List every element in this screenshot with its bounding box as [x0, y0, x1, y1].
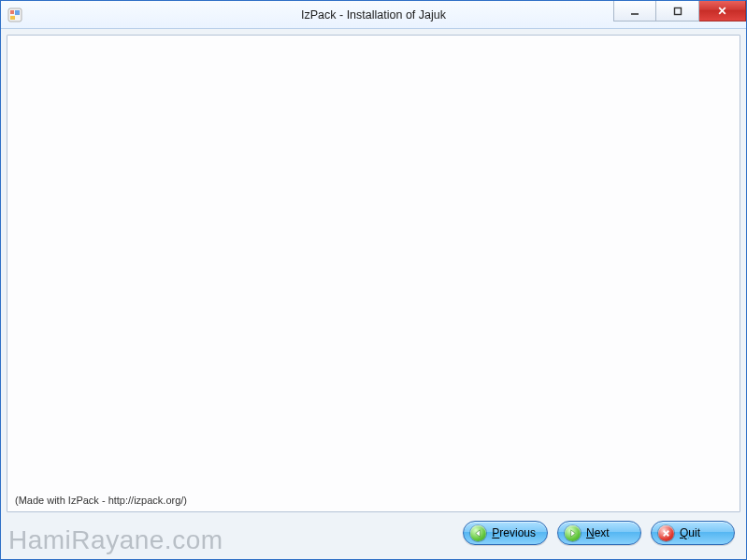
arrow-right-icon: [565, 525, 581, 541]
app-icon: [7, 7, 22, 22]
svg-rect-1: [10, 16, 15, 20]
previous-label: Previous: [492, 526, 536, 539]
svg-rect-5: [674, 7, 681, 14]
client-area: (Made with IzPack - http://izpack.org/) …: [1, 29, 746, 559]
installer-window: IzPack - Installation of Jajuk (Made wit…: [0, 0, 747, 560]
window-controls: [613, 1, 746, 28]
button-row: Previous Next Quit: [7, 512, 740, 553]
svg-marker-9: [571, 529, 576, 536]
arrow-left-icon: [470, 525, 486, 541]
madewith-label: (Made with IzPack - http://izpack.org/): [15, 495, 187, 506]
quit-button[interactable]: Quit: [651, 521, 735, 545]
previous-button[interactable]: Previous: [463, 521, 548, 545]
svg-rect-3: [10, 10, 14, 14]
next-button[interactable]: Next: [557, 521, 641, 545]
svg-marker-8: [476, 529, 481, 536]
close-button[interactable]: [699, 1, 746, 22]
next-label: Next: [586, 526, 610, 539]
quit-label: Quit: [680, 526, 700, 539]
content-panel: (Made with IzPack - http://izpack.org/): [7, 35, 740, 512]
minimize-button[interactable]: [613, 1, 656, 22]
svg-rect-2: [15, 10, 20, 15]
maximize-button[interactable]: [656, 1, 699, 22]
cancel-icon: [658, 525, 674, 541]
titlebar[interactable]: IzPack - Installation of Jajuk: [1, 1, 746, 29]
